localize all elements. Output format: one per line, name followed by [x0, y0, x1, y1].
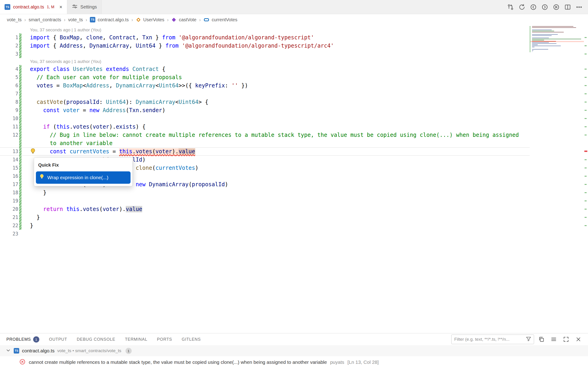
line-number[interactable]: 4	[0, 65, 18, 73]
breadcrumb-item[interactable]: vote_ts	[7, 17, 22, 22]
overview-ruler[interactable]	[584, 25, 588, 333]
code-line[interactable]: 19	[0, 197, 530, 205]
minimap[interactable]	[530, 26, 584, 54]
line-number[interactable]: 5	[0, 73, 18, 81]
breadcrumb-item[interactable]: smart_contracts	[29, 17, 61, 22]
codelens-annotation[interactable]: You, 37 seconds ago | 1 author (You)	[0, 58, 530, 65]
line-number[interactable]: 19	[0, 197, 18, 205]
line-number[interactable]: 14	[0, 156, 18, 164]
git-gutter-indicator	[18, 50, 22, 58]
problem-message: cannot create multiple references to a m…	[29, 359, 327, 365]
git-gutter-indicator	[18, 139, 22, 147]
file-problem-count-badge: 1	[126, 348, 132, 354]
code-text	[22, 50, 30, 58]
problems-filter-input[interactable]	[454, 337, 525, 342]
breadcrumb-item[interactable]: currentVotes	[212, 17, 237, 22]
code-line[interactable]: 12 // Bug in line below: cannot create m…	[0, 131, 530, 139]
problems-file-row[interactable]: TS contract.algo.ts vote_ts • smart_cont…	[0, 345, 588, 356]
code-line[interactable]: 23	[0, 230, 530, 238]
open-changes-icon[interactable]	[517, 2, 527, 12]
line-number[interactable]: 15	[0, 164, 18, 172]
git-gutter-indicator	[18, 213, 22, 221]
line-number[interactable]: 20	[0, 205, 18, 213]
copy-icon[interactable]	[536, 334, 546, 344]
code-editor[interactable]: You, 37 seconds ago | 1 author (You)1imp…	[0, 25, 588, 333]
compare-changes-icon[interactable]	[505, 2, 516, 12]
maximize-panel-icon[interactable]	[561, 334, 571, 344]
line-number[interactable]: 21	[0, 213, 18, 221]
code-line[interactable]: 10	[0, 114, 530, 123]
problems-count-badge: 1	[33, 336, 39, 343]
run-file-icon[interactable]	[551, 2, 562, 12]
code-line[interactable]: 3	[0, 50, 530, 58]
tab-settings[interactable]: Settings	[67, 0, 102, 14]
code-line[interactable]: 22}	[0, 221, 530, 230]
git-gutter-indicator	[18, 147, 22, 156]
ruler-change-mark	[585, 167, 587, 168]
panel-tab-problems[interactable]: PROBLEMS1	[6, 336, 39, 343]
code-line[interactable]: 8 castVote(proposalId: Uint64): DynamicA…	[0, 98, 530, 106]
codelens-annotation[interactable]: You, 37 seconds ago | 1 author (You)	[0, 27, 530, 33]
line-number[interactable]: 6	[0, 81, 18, 90]
problem-location: [Ln 13, Col 28]	[347, 359, 379, 365]
git-gutter-indicator	[18, 172, 22, 180]
panel-tab-output[interactable]: OUTPUT	[49, 337, 67, 342]
line-number[interactable]: 16	[0, 172, 18, 180]
code-line[interactable]: 6 votes = BoxMap<Address, DynamicArray<U…	[0, 81, 530, 90]
problems-filter[interactable]	[451, 335, 534, 344]
split-editor-icon[interactable]	[562, 2, 573, 12]
line-number[interactable]: 17	[0, 180, 18, 189]
breadcrumb-item[interactable]: vote_ts	[68, 17, 83, 22]
code-line[interactable]: to another variable	[0, 139, 530, 147]
quickfix-action-wrap-in-clone[interactable]: Wrap expression in clone(...)	[36, 171, 130, 184]
problem-row[interactable]: cannot create multiple references to a m…	[0, 356, 588, 368]
line-number[interactable]: 10	[0, 114, 18, 123]
more-actions-icon[interactable]	[574, 2, 584, 12]
line-number[interactable]: 7	[0, 90, 18, 98]
line-number[interactable]: 2	[0, 42, 18, 50]
filter-funnel-icon[interactable]	[525, 336, 532, 343]
code-line[interactable]: 9 const voter = new Address(Txn.sender)	[0, 106, 530, 114]
panel-tab-ports[interactable]: PORTS	[157, 337, 172, 342]
code-line[interactable]: 2import { Address, DynamicArray, Uint64 …	[0, 42, 530, 50]
breadcrumb-item[interactable]: contract.algo.ts	[98, 17, 129, 22]
line-number[interactable]: 9	[0, 106, 18, 114]
line-number[interactable]: 12	[0, 131, 18, 139]
next-change-icon[interactable]	[539, 2, 550, 12]
git-gutter-indicator	[18, 90, 22, 98]
previous-change-icon[interactable]	[528, 2, 539, 12]
code-line[interactable]: 11 if (this.votes(voter).exists) {	[0, 123, 530, 131]
code-line[interactable]: 5 // Each user can vote for multiple pro…	[0, 73, 530, 81]
close-panel-icon[interactable]	[573, 334, 583, 344]
line-number[interactable]	[0, 139, 18, 147]
code-line[interactable]: 21 }	[0, 213, 530, 221]
code-line[interactable]: 1import { BoxMap, clone, Contract, Txn }…	[0, 33, 530, 42]
quickfix-lightbulb-icon[interactable]	[30, 148, 36, 157]
code-line[interactable]: 7	[0, 90, 530, 98]
line-number[interactable]: 1	[0, 33, 18, 42]
line-number[interactable]: 18	[0, 189, 18, 197]
line-number[interactable]: 11	[0, 123, 18, 131]
panel-tab-debug-console[interactable]: DEBUG CONSOLE	[77, 337, 115, 342]
panel-tab-terminal[interactable]: TERMINAL	[125, 337, 147, 342]
breadcrumb-item[interactable]: castVote	[179, 17, 196, 22]
breadcrumb-item[interactable]: UserVotes	[143, 17, 164, 22]
line-number[interactable]: 8	[0, 98, 18, 106]
line-number[interactable]: 22	[0, 221, 18, 230]
code-text: // Bug in line below: cannot create mult…	[22, 131, 519, 139]
view-mode-icon[interactable]	[549, 334, 559, 344]
bottom-panel: PROBLEMS1OUTPUTDEBUG CONSOLETERMINALPORT…	[0, 333, 588, 378]
panel-tab-gitlens[interactable]: GITLENS	[182, 337, 201, 342]
line-number[interactable]: 23	[0, 230, 18, 238]
chevron-down-icon[interactable]	[5, 348, 11, 354]
typescript-file-icon: TS	[14, 348, 19, 353]
line-number[interactable]: 13	[0, 147, 18, 156]
tab-contract-algo-ts[interactable]: TS contract.algo.ts 1, M ×	[0, 0, 67, 14]
close-tab-icon[interactable]: ×	[59, 4, 63, 10]
code-line[interactable]: 20 return this.votes(voter).value	[0, 205, 530, 213]
code-line[interactable]: 13 const currentVotes = this.votes(voter…	[0, 147, 530, 156]
code-line[interactable]: 4export class UserVotes extends Contract…	[0, 65, 530, 73]
problems-file-name: contract.algo.ts	[22, 348, 54, 353]
code-line[interactable]: 18 }	[0, 189, 530, 197]
line-number[interactable]: 3	[0, 50, 18, 58]
